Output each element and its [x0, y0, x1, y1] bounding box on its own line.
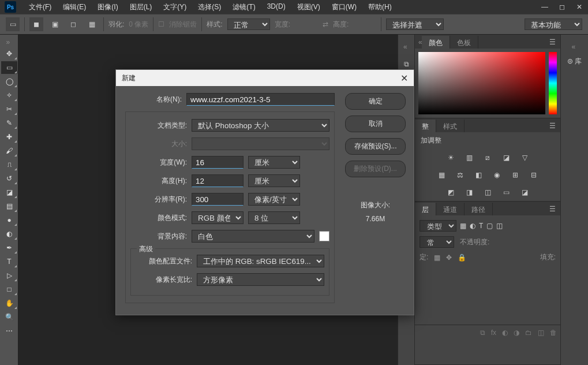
- lock-all-icon[interactable]: 🔒: [458, 254, 466, 262]
- path-select-tool[interactable]: ▷: [1, 269, 17, 282]
- brightness-icon[interactable]: ☀: [445, 152, 456, 163]
- swap-icon[interactable]: ⇄: [323, 20, 328, 28]
- menu-filter[interactable]: 滤镜(T): [227, 0, 261, 14]
- vibrance-icon[interactable]: ▽: [519, 152, 530, 163]
- layer-filter-select[interactable]: 类型: [420, 220, 456, 232]
- lock-pixels-icon[interactable]: ▦: [434, 254, 440, 262]
- history-brush-tool[interactable]: ↺: [1, 172, 17, 185]
- bit-depth-select[interactable]: 8 位: [248, 211, 300, 224]
- photo-filter-icon[interactable]: ◉: [492, 170, 502, 180]
- tool-preset-icon[interactable]: ▭: [6, 17, 20, 31]
- gradient-map-icon[interactable]: ▭: [501, 187, 511, 198]
- rectangle-tool[interactable]: □: [1, 283, 17, 296]
- eraser-tool[interactable]: ◪: [1, 186, 17, 199]
- lock-position-icon[interactable]: ✥: [446, 254, 452, 262]
- panel-menu-icon[interactable]: ☰: [545, 36, 560, 49]
- adjustment-layer-icon[interactable]: ◑: [514, 329, 519, 337]
- quick-select-tool[interactable]: ✧: [1, 89, 17, 102]
- hue-icon[interactable]: ▦: [436, 170, 447, 180]
- layer-group-icon[interactable]: 🗀: [525, 329, 532, 337]
- panel-icon-1[interactable]: ⧉: [404, 60, 409, 68]
- height-input[interactable]: [192, 174, 244, 187]
- panel-menu-icon[interactable]: ☰: [545, 120, 560, 132]
- maximize-button[interactable]: ◻: [553, 0, 571, 14]
- brush-tool[interactable]: 🖌: [1, 144, 17, 157]
- dodge-tool[interactable]: ◐: [1, 228, 17, 240]
- selective-color-icon[interactable]: ◪: [519, 187, 530, 198]
- minimize-button[interactable]: —: [536, 0, 553, 14]
- selection-new-icon[interactable]: ◼: [29, 17, 43, 31]
- tab-color[interactable]: 颜色: [422, 36, 450, 49]
- blend-mode-select[interactable]: 常: [420, 236, 454, 248]
- resolution-unit-select[interactable]: 像素/英寸: [248, 193, 300, 206]
- menu-view[interactable]: 视图(V): [291, 0, 326, 14]
- tab-styles[interactable]: 样式: [436, 120, 465, 132]
- filter-adjust-icon[interactable]: ◐: [470, 222, 475, 230]
- eyedropper-tool[interactable]: ✎: [1, 117, 17, 129]
- color-picker[interactable]: [415, 49, 560, 118]
- panel-menu-icon[interactable]: ☰: [545, 203, 560, 215]
- menu-file[interactable]: 文件(F): [23, 0, 57, 14]
- select-and-mask-button[interactable]: 选择并遮住 ...: [386, 18, 444, 30]
- name-input[interactable]: [186, 93, 335, 106]
- selection-intersect-icon[interactable]: ▦: [85, 17, 99, 31]
- layer-fx-icon[interactable]: fx: [491, 329, 496, 337]
- menu-edit[interactable]: 编辑(E): [57, 0, 92, 14]
- filter-pixel-icon[interactable]: ▦: [460, 222, 466, 230]
- threshold-icon[interactable]: ◫: [482, 187, 493, 198]
- tab-swatches[interactable]: 色板: [450, 36, 478, 49]
- menu-select[interactable]: 选择(S): [192, 0, 227, 14]
- move-tool[interactable]: ✥: [1, 47, 17, 60]
- delete-layer-icon[interactable]: 🗑: [550, 329, 557, 337]
- pen-tool[interactable]: ✒: [1, 241, 17, 254]
- blur-tool[interactable]: ●: [1, 214, 17, 226]
- crop-tool[interactable]: ✂: [1, 103, 17, 116]
- type-tool[interactable]: T: [1, 255, 17, 268]
- filter-shape-icon[interactable]: ▢: [486, 222, 493, 230]
- edit-toolbar[interactable]: ⋯: [1, 325, 17, 337]
- filter-smart-icon[interactable]: ◫: [496, 222, 503, 230]
- menu-layer[interactable]: 图层(L): [124, 0, 158, 14]
- posterize-icon[interactable]: ◨: [464, 187, 474, 198]
- height-unit-select[interactable]: 厘米: [248, 174, 300, 187]
- new-layer-icon[interactable]: ◫: [538, 329, 544, 337]
- zoom-tool[interactable]: 🔍: [1, 311, 17, 323]
- dialog-close-button[interactable]: ✕: [400, 73, 408, 84]
- width-unit-select[interactable]: 厘米: [248, 156, 300, 169]
- bw-icon[interactable]: ◧: [473, 170, 484, 180]
- close-button[interactable]: ✕: [571, 0, 588, 14]
- workspace-select[interactable]: 基本功能: [525, 18, 582, 30]
- layer-mask-icon[interactable]: ◐: [502, 329, 508, 337]
- style-select[interactable]: 正常: [227, 18, 270, 30]
- exposure-icon[interactable]: ◪: [501, 152, 511, 163]
- filter-type-icon[interactable]: T: [479, 222, 483, 230]
- curves-icon[interactable]: ⧄: [482, 152, 493, 163]
- lasso-tool[interactable]: ◯: [1, 75, 17, 88]
- color-mode-select[interactable]: RGB 颜色: [192, 211, 244, 224]
- levels-icon[interactable]: ▥: [464, 152, 474, 163]
- pixel-aspect-select[interactable]: 方形像素: [197, 273, 324, 286]
- resolution-input[interactable]: [192, 193, 244, 206]
- stamp-tool[interactable]: ⎍: [1, 158, 17, 171]
- menu-window[interactable]: 窗口(W): [326, 0, 362, 14]
- collapse-icon[interactable]: »: [6, 38, 12, 46]
- gradient-tool[interactable]: ▤: [1, 200, 17, 213]
- channel-mixer-icon[interactable]: ⊞: [510, 170, 520, 180]
- dialog-titlebar[interactable]: 新建 ✕: [116, 70, 414, 86]
- link-layers-icon[interactable]: ⧉: [480, 329, 485, 337]
- cancel-button[interactable]: 取消: [345, 116, 406, 132]
- marquee-tool[interactable]: ▭: [1, 61, 17, 74]
- color-field[interactable]: [418, 52, 545, 114]
- tab-channels[interactable]: 通道: [436, 203, 465, 215]
- menu-3d[interactable]: 3D(D): [261, 0, 291, 14]
- color-profile-select[interactable]: 工作中的 RGB: sRGB IEC619...: [197, 255, 324, 267]
- balance-icon[interactable]: ⚖: [455, 170, 465, 180]
- collapse-icon[interactable]: «: [572, 43, 578, 51]
- hand-tool[interactable]: ✋: [1, 297, 17, 310]
- save-preset-button[interactable]: 存储预设(S)...: [345, 138, 406, 155]
- menu-image[interactable]: 图像(I): [92, 0, 123, 14]
- background-swatch[interactable]: [319, 231, 329, 241]
- collapse-left-icon[interactable]: «: [403, 43, 409, 51]
- hue-strip[interactable]: [549, 52, 557, 114]
- feather-value[interactable]: 0 像素: [129, 20, 148, 29]
